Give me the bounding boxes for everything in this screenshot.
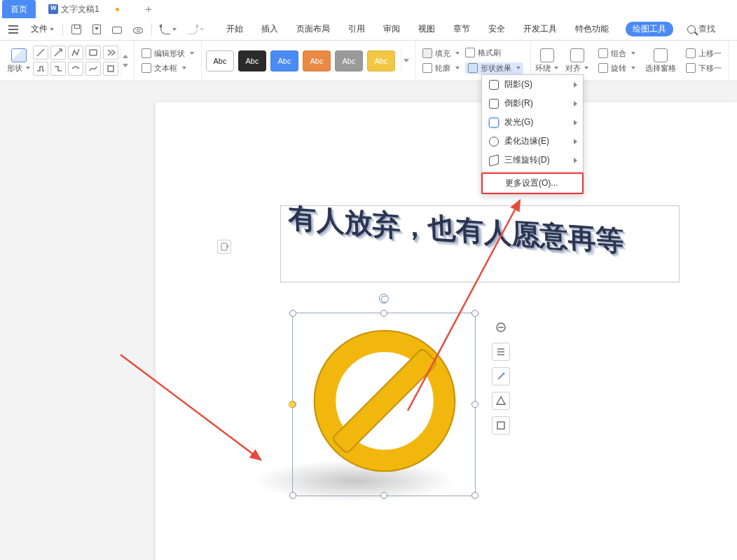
resize-handle[interactable] [289,310,296,317]
tab-new[interactable]: ＋ [136,0,161,18]
preset-yellow[interactable]: Abc [367,50,395,71]
fmtpainter-button[interactable]: 格式刷 [465,48,523,58]
undo-button[interactable] [156,23,181,36]
redo-button[interactable] [184,23,208,36]
tab-document[interactable]: 文字文稿1 [40,0,108,18]
caret-icon [172,28,177,31]
preset-gray[interactable]: Abc [335,50,363,71]
svg-point-13 [503,373,505,375]
shape-effect-dropdown: 阴影(S) 倒影(R) 发光(G) 柔化边缘(E) 三维旋转(D) 更多设置(O… [481,74,584,194]
fill-label: 填充 [435,48,450,59]
floating-layout-button[interactable] [217,240,231,254]
moveup-icon [686,48,696,58]
resize-handle[interactable] [289,492,296,499]
workspace: 有人放弃，也有人愿意再等 [0,81,737,560]
document-tabs: 首页 文字文稿1 ＋ [0,0,737,18]
doc-icon [48,4,58,14]
export-icon [92,25,101,34]
preset-dark[interactable]: Abc [238,50,266,71]
menubar: 文件 开始 插入 页面布局 引用 审阅 视图 章节 安全 开发工具 特色功能 绘… [0,18,737,41]
dd-softedge-label: 柔化边缘(E) [504,135,549,147]
edit-shape-button[interactable]: 编辑形状 [142,48,194,59]
tab-insert[interactable]: 插入 [260,22,280,36]
outline-label: 轮廓 [435,63,450,74]
search-button[interactable]: 查找 [687,23,715,35]
caret-icon [182,67,186,69]
dd-more-settings[interactable]: 更多设置(O)... [483,174,582,193]
preset-white[interactable]: Abc [206,50,234,71]
file-menu[interactable]: 文件 [27,22,58,36]
moveup-label: 上移一 [698,48,722,59]
sub-arrow-icon [574,158,577,163]
tab-reference[interactable]: 引用 [347,22,366,36]
mt-outline[interactable] [492,392,510,410]
tab-security[interactable]: 安全 [487,22,507,36]
align-icon [570,48,584,62]
movedn-button[interactable]: 下移一 [686,63,722,74]
svg-rect-15 [497,422,504,429]
menu-button[interactable] [4,22,24,36]
fill-button[interactable]: 填充 [422,48,460,59]
resize-handle[interactable] [471,310,478,317]
resize-handle[interactable] [471,492,478,499]
document-page[interactable]: 有人放弃，也有人愿意再等 [156,102,737,560]
tab-home[interactable]: 首页 [2,0,36,18]
chevron-down-icon [123,64,128,67]
wordart-title[interactable]: 有人放弃，也有人愿意再等 [280,205,680,282]
preview-button[interactable] [129,23,147,35]
tab-special[interactable]: 特色功能 [574,22,610,36]
textbox-button[interactable]: 文本框 [142,63,194,74]
selpane-button[interactable]: 选择窗格 [645,48,676,74]
tab-start[interactable]: 开始 [225,22,244,36]
dd-reflection[interactable]: 倒影(R) [482,94,583,113]
preset-blue[interactable]: Abc [270,50,298,71]
save-icon [71,25,81,34]
dd-more-label: 更多设置(O)... [505,177,558,189]
selected-shape-frame[interactable] [292,313,476,496]
print-button[interactable] [108,23,126,35]
ribbon-group-shapes: 形状 [3,41,135,81]
tab-layout[interactable]: 页面布局 [295,22,331,36]
presets-more[interactable] [401,49,411,73]
resize-handle[interactable] [380,492,387,499]
dd-softedge[interactable]: 柔化边缘(E) [482,132,583,151]
no-sign-shape[interactable] [308,325,461,477]
save-button[interactable] [67,23,85,36]
export-button[interactable] [88,23,105,36]
chevron-down-icon [404,59,409,62]
dd-shadow[interactable]: 阴影(S) [482,75,583,94]
align-button[interactable]: 对齐 [565,48,588,74]
tab-drawing[interactable]: 绘图工具 [626,22,673,36]
wrap-button[interactable]: 环绕 [535,48,558,74]
mt-fill[interactable] [492,367,510,385]
tab-review[interactable]: 审阅 [382,22,401,36]
effect-button[interactable]: 形状效果 [465,62,523,74]
editshape-label: 编辑形状 [154,48,185,59]
resize-handle[interactable] [471,401,478,408]
dd-glow[interactable]: 发光(G) [482,113,583,132]
tab-view[interactable]: 视图 [417,22,436,36]
shape-icon [11,48,27,62]
shape-gallery[interactable] [33,46,118,76]
dd-3drotate[interactable]: 三维旋转(D) [482,151,583,170]
outline-button[interactable]: 轮廓 [422,63,460,74]
moveup-button[interactable]: 上移一 [686,48,722,59]
rotate-button[interactable]: 旋转 [598,63,635,74]
resize-handle[interactable] [380,310,387,317]
tab-devtools[interactable]: 开发工具 [522,22,558,36]
group-button[interactable]: 组合 [598,48,635,59]
caret-icon [26,67,30,69]
adjust-handle[interactable] [287,399,297,409]
preset-orange[interactable]: Abc [303,50,331,71]
gallery-more[interactable] [120,46,130,76]
mt-wrap[interactable] [492,343,510,361]
mt-effect[interactable] [492,416,510,435]
wrap-label: 环绕 [535,63,551,74]
tab-chapter[interactable]: 章节 [452,22,471,36]
fmtpainter-label: 格式刷 [478,48,501,58]
rotate-handle[interactable] [379,294,389,303]
separator [482,171,583,172]
mt-layout[interactable] [492,318,510,336]
shape-dropdown[interactable]: 形状 [7,48,30,74]
svg-line-16 [120,355,261,460]
